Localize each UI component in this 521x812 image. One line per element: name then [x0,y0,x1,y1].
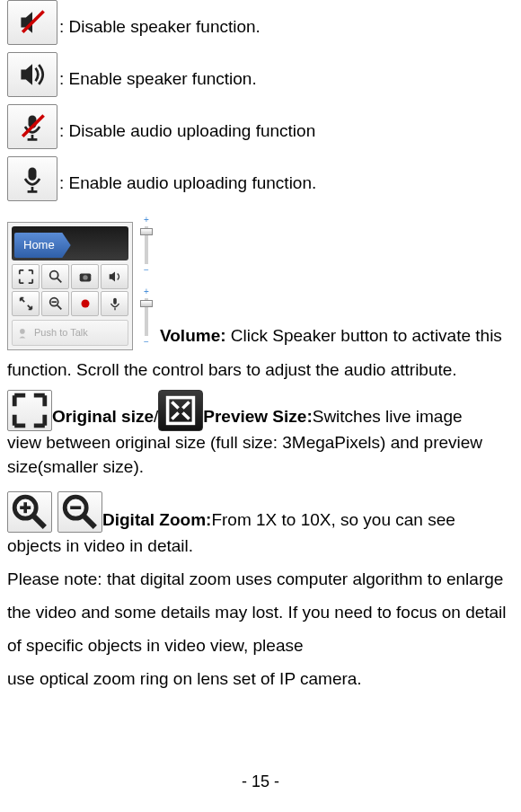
zoom-text-2: objects in video in detail. [7,534,514,559]
control-panel: Home Push to Talk [7,222,133,350]
size-text-2: view between original size (full size: 3… [7,431,514,479]
zoom-text-1: From 1X to 10X, so you can see [211,506,455,534]
volume-inline-1: Volume: Click Speaker button to activate… [160,322,502,350]
zoom-label: Digital Zoom: [102,506,211,534]
volume-sliders: +− +− [133,212,160,350]
demagnify-icon[interactable] [41,291,69,316]
svg-line-14 [57,305,61,310]
svg-rect-16 [113,298,117,304]
mic-on-icon [7,156,57,201]
svg-point-8 [49,271,57,279]
note-text-2: use optical zoom ring on lens set of IP … [7,662,514,695]
small-speaker-icon[interactable] [101,264,128,289]
speaker-on-icon [7,52,57,97]
svg-line-25 [84,516,95,527]
slider-1[interactable]: +− [133,216,160,275]
svg-rect-5 [29,167,37,180]
size-text-1: Switches live image [313,402,463,431]
preview-size-icon [158,390,203,431]
resize-icon[interactable] [12,291,40,316]
speaker-muted-icon [7,0,57,45]
fullscreen-icon[interactable] [12,264,40,289]
page-number: - 15 - [0,768,521,796]
magnify-icon[interactable] [41,264,69,289]
svg-point-15 [81,300,89,308]
camera-icon[interactable] [71,264,99,289]
zoom-out-icon [57,491,102,533]
volume-line-2: function. Scroll the control bars to adj… [7,356,514,384]
preview-size-label: Preview Size: [203,402,312,431]
zoom-in-icon [7,491,52,533]
note-text: Please note: that digital zoom uses comp… [7,562,514,662]
original-size-label: Original size [52,402,154,431]
push-to-talk-button[interactable]: Push to Talk [12,320,128,346]
home-button[interactable]: Home [14,233,71,258]
mic-disable-text: : Disable audio uploading function [59,117,315,149]
svg-rect-19 [168,398,194,424]
speaker-enable-text: : Enable speaker function. [59,65,257,97]
svg-point-11 [83,276,87,280]
svg-line-21 [34,516,45,527]
svg-line-9 [57,278,61,283]
mic-muted-icon [7,104,57,149]
volume-label: Volume: [160,326,226,345]
record-icon[interactable] [71,291,99,316]
speaker-disable-text: : Disable speaker function. [59,13,260,45]
original-size-icon [7,390,52,431]
svg-point-18 [20,329,25,334]
mic-enable-text: : Enable audio uploading function. [59,169,316,201]
slider-2[interactable]: +− [133,287,160,347]
small-mic-icon[interactable] [101,291,128,316]
